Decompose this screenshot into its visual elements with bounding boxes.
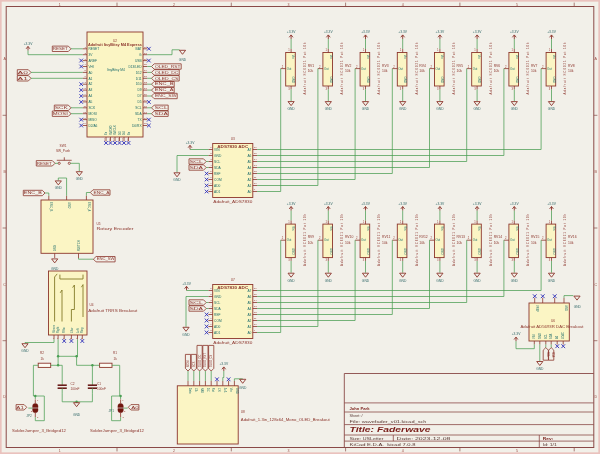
svg-text:ADS7830 ADC: ADS7830 ADC [217, 145, 249, 149]
svg-text:Adafruit SC6021 Pot 10k: Adafruit SC6021 Pot 10k [452, 214, 456, 267]
svg-text:RESET: RESET [37, 162, 52, 166]
svg-text:ADS7830 ADC: ADS7830 ADC [217, 286, 249, 290]
svg-text:SDA: SDA [155, 112, 170, 116]
svg-text:SDA: SDA [214, 166, 222, 170]
svg-text:GND: GND [440, 77, 444, 83]
svg-text:Adafruit_ADS7830: Adafruit_ADS7830 [213, 341, 252, 345]
svg-text:SDA: SDA [135, 112, 143, 116]
svg-text:Vin: Vin [403, 55, 407, 60]
svg-text:+3.3V: +3.3V [287, 202, 297, 206]
svg-text:OLED_DC: OLED_DC [155, 71, 180, 75]
svg-text:RESET: RESET [88, 47, 99, 51]
svg-text:GND: GND [235, 388, 239, 394]
svg-text:A1: A1 [247, 325, 251, 329]
svg-text:C: C [3, 283, 6, 287]
svg-text:Out: Out [510, 238, 515, 242]
svg-text:+3.3V: +3.3V [473, 30, 483, 34]
svg-text:A4: A4 [247, 166, 251, 170]
svg-text:GND: GND [287, 107, 295, 111]
svg-text:10k: 10k [345, 69, 351, 73]
svg-text:GND: GND [515, 248, 519, 254]
svg-text:GND: GND [67, 202, 71, 208]
svg-text:1: 1 [59, 3, 61, 7]
svg-text:Adafruit SC6021 Pot 10k: Adafruit SC6021 Pot 10k [377, 214, 381, 267]
svg-text:ENC_SW: ENC_SW [155, 94, 177, 98]
svg-text:GND: GND [173, 178, 181, 182]
svg-text:10k: 10k [457, 69, 463, 73]
svg-text:A3: A3 [247, 313, 251, 317]
svg-text:+3.3V: +3.3V [398, 30, 408, 34]
svg-text:OLED_CS: OLED_CS [155, 77, 179, 81]
svg-text:GND: GND [477, 77, 481, 83]
svg-text:Vin: Vin [440, 226, 444, 231]
svg-text:D9: D9 [137, 88, 141, 92]
svg-text:GND: GND [436, 279, 444, 283]
svg-text:ENC_B: ENC_B [49, 202, 53, 211]
svg-text:SCK: SCK [55, 106, 70, 110]
svg-text:GND: GND [477, 248, 481, 254]
svg-text:VIN: VIN [214, 289, 220, 293]
svg-text:+3.3V: +3.3V [473, 202, 483, 206]
svg-text:GND: GND [399, 279, 407, 283]
svg-text:3v3: 3v3 [223, 388, 227, 393]
svg-text:GND: GND [362, 107, 370, 111]
svg-text:GND: GND [403, 77, 407, 83]
svg-text:GND: GND [552, 248, 556, 254]
svg-text:Rev:: Rev: [543, 437, 554, 441]
svg-text:3: 3 [287, 449, 289, 453]
svg-text:Vin: Vin [440, 55, 444, 60]
svg-text:A5: A5 [247, 301, 251, 305]
svg-text:10k: 10k [568, 69, 574, 73]
svg-text:GND: GND [214, 154, 222, 158]
svg-text:GND: GND [179, 58, 187, 62]
svg-text:SCL: SCL [155, 106, 169, 110]
svg-text:+3.3V: +3.3V [219, 362, 229, 366]
svg-text:Ring: Ring [80, 327, 84, 333]
svg-text:Adafruit SC6021 Pot 10k: Adafruit SC6021 Pot 10k [563, 42, 567, 95]
svg-text:GND: GND [548, 107, 556, 111]
svg-text:U7: U7 [231, 278, 235, 282]
svg-text:GND: GND [436, 107, 444, 111]
svg-text:DC: DC [206, 388, 210, 392]
svg-text:GND: GND [325, 107, 333, 111]
svg-text:AD1: AD1 [214, 331, 221, 335]
svg-text:10k: 10k [419, 241, 425, 245]
svg-text:A1: A1 [247, 184, 251, 188]
svg-text:10k: 10k [457, 241, 463, 245]
svg-text:D0/RX: D0/RX [132, 124, 142, 128]
svg-text:SWDIO: SWDIO [109, 125, 113, 135]
svg-text:100nF: 100nF [70, 387, 79, 391]
svg-text:Out: Out [361, 238, 366, 242]
svg-text:D11: D11 [136, 77, 142, 81]
svg-text:Title: Faderwave: Title: Faderwave [350, 426, 431, 433]
svg-text:Right: Right [56, 326, 60, 333]
svg-text:GND: GND [511, 107, 519, 111]
svg-text:SDA: SDA [214, 307, 222, 311]
svg-text:Vin: Vin [366, 226, 370, 231]
svg-text:A4: A4 [88, 94, 92, 98]
svg-text:GND: GND [366, 77, 370, 83]
svg-text:GND: GND [399, 107, 407, 111]
svg-text:A7: A7 [247, 289, 251, 293]
svg-text:USB: USB [135, 59, 142, 63]
svg-text:Adafruit SC6021 Pot 10k: Adafruit SC6021 Pot 10k [340, 214, 344, 267]
svg-text:RV16: RV16 [568, 235, 577, 239]
svg-text:10k: 10k [419, 69, 425, 73]
svg-text:MOSI: MOSI [186, 360, 190, 367]
svg-text:10k: 10k [568, 241, 574, 245]
svg-text:SolderJumper_3_Bridged12: SolderJumper_3_Bridged12 [12, 429, 66, 433]
svg-text:BAT: BAT [136, 47, 142, 51]
svg-text:10k: 10k [345, 241, 351, 245]
svg-text:Vin: Vin [291, 55, 295, 60]
svg-text:GND: GND [329, 77, 333, 83]
svg-text:GND: GND [440, 248, 444, 254]
svg-text:GND: GND [73, 413, 81, 417]
svg-text:A6: A6 [247, 154, 251, 158]
svg-text:SCL: SCL [544, 333, 548, 339]
svg-text:Adafruit SC6021 Pot 10k: Adafruit SC6021 Pot 10k [489, 214, 493, 267]
svg-text:Adafruit SC6021 Pot 10k: Adafruit SC6021 Pot 10k [303, 42, 307, 95]
svg-text:ENC_B: ENC_B [155, 82, 174, 86]
svg-text:Out: Out [287, 67, 292, 71]
svg-text:A2: A2 [88, 82, 92, 86]
svg-text:D7: D7 [137, 94, 141, 98]
